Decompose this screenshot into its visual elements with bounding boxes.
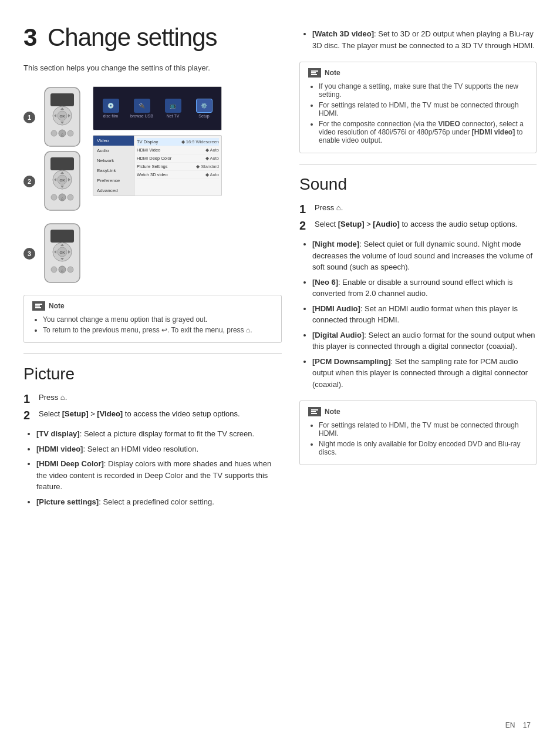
sound-heading: Sound: [299, 175, 537, 194]
right-note-top-list: If you change a setting, make sure that …: [308, 82, 528, 144]
right-bullet-watch3d: [Watch 3D video]: Set to 3D or 2D output…: [312, 28, 537, 51]
svg-rect-40: [35, 304, 42, 305]
chapter-title-text: Change settings: [48, 23, 217, 51]
svg-point-25: [68, 194, 73, 200]
settings-screen: Video Audio Network EasyLink Preference …: [93, 135, 222, 196]
svg-point-24: [51, 194, 57, 200]
svg-point-38: [68, 267, 73, 272]
left-note-item-1: You cannot change a menu option that is …: [43, 315, 273, 324]
picture-bullet-hdmi-video: [HDMI video]: Select an HDMI video resol…: [36, 443, 282, 455]
svg-rect-48: [311, 409, 318, 410]
right-note-top-item-1: If you change a setting, make sure that …: [319, 82, 528, 99]
picture-bullet-hdmi-deep-color: [HDMI Deep Color]: Display colors with m…: [36, 458, 282, 493]
picture-step-1: 1 Press ⌂.: [23, 392, 282, 406]
menu-network: Network: [93, 156, 134, 166]
remote-container: 1 ⌂: [23, 86, 86, 212]
note-icon-right-bottom: [308, 407, 321, 416]
svg-rect-49: [311, 411, 316, 412]
illustration-area: 1 ⌂: [23, 86, 282, 212]
left-note-item-2: To return to the previous menu, press ↩.…: [43, 326, 273, 334]
svg-rect-41: [35, 305, 40, 307]
remote-step3-svg: OK ⌂: [39, 223, 86, 284]
right-note-top-item-2: For settings related to HDMI, the TV mus…: [319, 101, 528, 117]
svg-rect-44: [311, 70, 318, 72]
page-number: 17: [523, 721, 531, 729]
note-icon-right-top: [308, 68, 321, 78]
left-note-box: Note You cannot change a menu option tha…: [23, 295, 282, 343]
chapter-title: 3 Change settings: [23, 23, 282, 52]
right-top-bullets: [Watch 3D video]: Set to 3D or 2D output…: [299, 28, 537, 51]
remote-step2-svg: OK ⌂: [39, 150, 86, 212]
step2-badge: 2: [23, 176, 35, 187]
chapter-intro: This section helps you change the settin…: [23, 63, 282, 72]
svg-rect-46: [311, 74, 317, 75]
sound-bullet-digital-audio: [Digital Audio]: Select an audio format …: [312, 329, 537, 352]
screen-mockups: 💿 disc film 🔌 browse USB 📺 Net TV ⚙️ Set…: [93, 86, 222, 196]
step3-badge: 3: [23, 248, 35, 260]
sound-divider: [299, 164, 537, 164]
svg-rect-1: [50, 93, 74, 106]
svg-rect-50: [311, 413, 317, 414]
sound-bullet-neo6: [Neo 6]: Enable or disable a surround so…: [312, 277, 537, 300]
setting-picture: Picture Settings ◆ Standard: [137, 163, 219, 171]
sound-step-2: 2 Select [Setup] > [Audio] to access the…: [299, 218, 537, 233]
svg-text:OK: OK: [60, 179, 66, 182]
right-note-bottom-box: Note For settings related to HDMI, the T…: [299, 401, 537, 465]
svg-text:⌂: ⌂: [61, 196, 63, 200]
svg-point-10: [51, 130, 57, 136]
svg-rect-45: [311, 72, 316, 73]
remote-step1-svg: ⌂ OK: [39, 86, 86, 148]
net-tv-icon: 📺 Net TV: [165, 99, 181, 118]
picture-step-2: 2 Select [Setup] > [Video] to access the…: [23, 408, 282, 422]
sound-bullet-hdmi-audio: [HDMI Audio]: Set an HDMI audio format w…: [312, 303, 537, 326]
svg-point-11: [68, 130, 73, 136]
picture-divider: [23, 354, 282, 354]
menu-video: Video: [93, 136, 134, 146]
right-note-bottom-header: Note: [308, 407, 528, 416]
svg-point-37: [51, 267, 57, 272]
svg-rect-42: [35, 307, 41, 308]
right-note-top-box: Note If you change a setting, make sure …: [299, 62, 537, 153]
menu-content: TV Display ◆ 16:9 Widescreen HDMI Video …: [134, 136, 221, 196]
picture-bullet-picture-settings: [Picture settings]: Select a predefined …: [36, 496, 282, 508]
svg-text:OK: OK: [60, 115, 66, 118]
setting-tv-display: TV Display ◆ 16:9 Widescreen: [137, 138, 219, 146]
step3-area: 3 OK ⌂: [23, 223, 282, 284]
left-note-title: Note: [49, 302, 65, 310]
right-note-bottom-item-1: For settings related to HDMI, the TV mus…: [319, 421, 528, 438]
menu-preference: Preference: [93, 176, 134, 186]
right-note-top-header: Note: [308, 68, 528, 78]
right-note-top-item-3: For the composite connection (via the VI…: [319, 120, 528, 144]
picture-bullets: [TV display]: Select a picture display f…: [23, 428, 282, 507]
menu-easylink: EasyLink: [93, 166, 134, 176]
menu-audio: Audio: [93, 146, 134, 156]
setting-watch-3d: Watch 3D video ◆ Auto: [137, 171, 219, 179]
browse-usb-icon: 🔌 browse USB: [130, 99, 153, 118]
step1-remote: 1 ⌂: [23, 86, 86, 148]
setting-hdmi-video: HDMI Video ◆ Auto: [137, 146, 219, 154]
sound-bullet-pcm: [PCM Downsampling]: Set the sampling rat…: [312, 356, 537, 391]
picture-heading: Picture: [23, 365, 282, 383]
step3-remote: 3 OK ⌂: [23, 223, 86, 284]
picture-steps: 1 Press ⌂. 2 Select [Setup] > [Video] to…: [23, 392, 282, 422]
sound-bullets: [Night mode]: Select quiet or full dynam…: [299, 238, 537, 390]
left-note-list: You cannot change a menu option that is …: [32, 315, 273, 334]
svg-text:OK: OK: [60, 251, 66, 254]
note-icon-left: [32, 301, 45, 311]
svg-text:⌂: ⌂: [61, 132, 63, 136]
sound-bullet-night-mode: [Night mode]: Select quiet or full dynam…: [312, 238, 537, 273]
right-note-top-title: Note: [325, 69, 340, 77]
menu-sidebar: Video Audio Network EasyLink Preference …: [93, 136, 134, 196]
svg-rect-14: [50, 157, 74, 170]
svg-text:⌂: ⌂: [61, 268, 63, 272]
page-footer: EN 17: [505, 721, 531, 729]
disc-film-icon: 💿 disc film: [103, 99, 119, 118]
page-lang: EN: [505, 721, 515, 729]
menu-advanced: Advanced: [93, 186, 134, 196]
home-screen: 💿 disc film 🔌 browse USB 📺 Net TV ⚙️ Set…: [93, 86, 222, 130]
chapter-number: 3: [23, 23, 36, 51]
right-note-bottom-item-2: Night mode is only available for Dolby e…: [319, 440, 528, 456]
right-note-bottom-list: For settings related to HDMI, the TV mus…: [308, 421, 528, 456]
step2-remote: 2 OK ⌂: [23, 150, 86, 212]
sound-step-1: 1 Press ⌂.: [299, 202, 537, 216]
